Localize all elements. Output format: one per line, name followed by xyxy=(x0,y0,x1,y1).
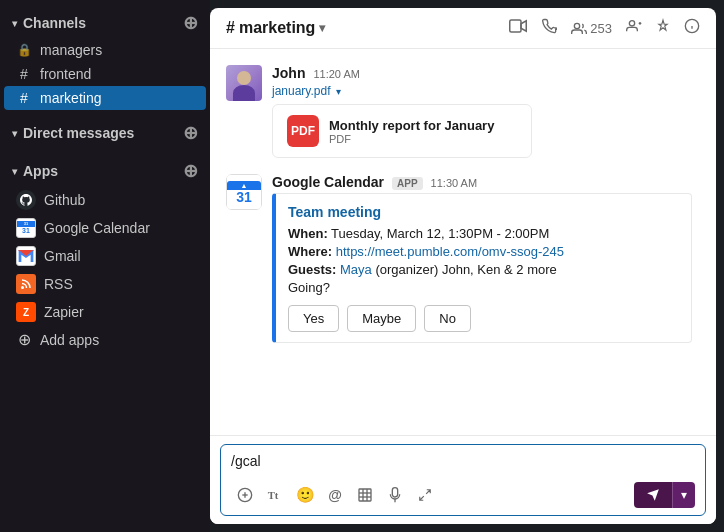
sidebar-item-marketing-label: marketing xyxy=(40,90,101,106)
sidebar-item-managers-label: managers xyxy=(40,42,102,58)
yes-button[interactable]: Yes xyxy=(288,305,339,332)
file-attachment[interactable]: january.pdf ▾ xyxy=(272,84,700,98)
apps-label: Apps xyxy=(23,163,58,179)
svg-rect-18 xyxy=(392,488,397,497)
gcal-icon: 31 31 xyxy=(16,218,36,238)
format-icon[interactable]: Tt xyxy=(261,481,289,509)
table-icon[interactable] xyxy=(351,481,379,509)
send-dropdown-button[interactable]: ▾ xyxy=(672,482,695,508)
dm-chevron-icon: ▾ xyxy=(12,128,17,139)
pdf-title: Monthly report for January xyxy=(329,118,494,133)
sidebar-item-managers[interactable]: 🔒 managers xyxy=(4,38,206,62)
sidebar-item-google-calendar[interactable]: 31 31 Google Calendar xyxy=(4,214,206,242)
channel-name[interactable]: # marketing ▾ xyxy=(226,19,325,37)
gcal-message-header: Google Calendar APP 11:30 AM xyxy=(272,174,700,190)
sidebar-item-rss[interactable]: RSS xyxy=(4,270,206,298)
maybe-button[interactable]: Maybe xyxy=(347,305,416,332)
phone-icon[interactable] xyxy=(541,18,557,38)
sidebar: ▾ Channels ⊕ 🔒 managers # frontend # mar… xyxy=(0,0,210,532)
event-where-link[interactable]: https://meet.pumble.com/omv-ssog-245 xyxy=(336,244,564,259)
event-when-label: When: xyxy=(288,226,328,241)
attach-icon[interactable] xyxy=(231,481,259,509)
gcal-timestamp: 11:30 AM xyxy=(431,177,477,189)
direct-messages-label: Direct messages xyxy=(23,125,134,141)
john-avatar xyxy=(226,65,262,101)
event-going-label: Going? xyxy=(288,280,679,295)
sidebar-item-gcal-label: Google Calendar xyxy=(44,220,150,236)
add-apps-label: Add apps xyxy=(40,332,99,348)
add-dm-icon[interactable]: ⊕ xyxy=(183,122,198,144)
sidebar-item-frontend[interactable]: # frontend xyxy=(4,62,206,86)
sidebar-item-gmail[interactable]: Gmail xyxy=(4,242,206,270)
add-channel-icon[interactable]: ⊕ xyxy=(183,12,198,34)
gcal-message-body: Google Calendar APP 11:30 AM Team meetin… xyxy=(272,174,700,343)
no-button[interactable]: No xyxy=(424,305,471,332)
pdf-card[interactable]: PDF Monthly report for January PDF xyxy=(272,104,532,158)
sidebar-item-rss-label: RSS xyxy=(44,276,73,292)
pdf-icon: PDF xyxy=(287,115,319,147)
add-app-icon[interactable]: ⊕ xyxy=(183,160,198,182)
expand-icon[interactable] xyxy=(411,481,439,509)
header-actions: 253 xyxy=(509,18,700,38)
message-gcal: ▲ 31 Google Calendar APP 11:30 AM Team m… xyxy=(226,174,700,343)
add-member-icon[interactable] xyxy=(626,18,642,38)
pin-icon[interactable] xyxy=(656,18,670,38)
github-icon xyxy=(16,190,36,210)
apps-chevron-icon: ▾ xyxy=(12,166,17,177)
svg-rect-1 xyxy=(510,20,521,32)
calendar-event: Team meeting When: Tuesday, March 12, 1:… xyxy=(272,193,692,343)
event-where-label: Where: xyxy=(288,244,332,259)
event-title[interactable]: Team meeting xyxy=(288,204,679,220)
svg-rect-13 xyxy=(359,489,371,501)
sidebar-item-zapier[interactable]: Z Zapier xyxy=(4,298,206,326)
channel-dropdown-icon[interactable]: ▾ xyxy=(319,21,325,35)
event-guest-maya[interactable]: Maya xyxy=(340,262,372,277)
file-dropdown-icon: ▾ xyxy=(336,86,341,97)
svg-point-0 xyxy=(21,286,24,289)
john-sender-name: John xyxy=(272,65,305,81)
pdf-info: Monthly report for January PDF xyxy=(329,118,494,145)
member-count-number: 253 xyxy=(590,21,612,36)
event-when-value: Tuesday, March 12, 1:30PM - 2:00PM xyxy=(331,226,549,241)
emoji-icon[interactable]: 🙂 xyxy=(291,481,319,509)
video-call-icon[interactable] xyxy=(509,19,527,37)
mic-icon[interactable] xyxy=(381,481,409,509)
channels-section-header[interactable]: ▾ Channels ⊕ xyxy=(0,8,210,38)
sidebar-item-marketing[interactable]: # marketing xyxy=(4,86,206,110)
john-timestamp: 11:20 AM xyxy=(313,68,359,80)
event-when: When: Tuesday, March 12, 1:30PM - 2:00PM xyxy=(288,226,679,241)
gcal-avatar-icon: ▲ 31 xyxy=(227,175,261,209)
sidebar-item-github-label: Github xyxy=(44,192,85,208)
message-john: John 11:20 AM january.pdf ▾ PDF Monthly … xyxy=(226,65,700,158)
sidebar-item-add-apps[interactable]: ⊕ Add apps xyxy=(4,326,206,353)
event-guests-label: Guests: xyxy=(288,262,336,277)
sidebar-item-zapier-label: Zapier xyxy=(44,304,84,320)
event-guests-role: (organizer) xyxy=(375,262,441,277)
member-count[interactable]: 253 xyxy=(571,21,612,36)
mention-icon[interactable]: @ xyxy=(321,481,349,509)
john-message-body: John 11:20 AM january.pdf ▾ PDF Monthly … xyxy=(272,65,700,158)
event-where: Where: https://meet.pumble.com/omv-ssog-… xyxy=(288,244,679,259)
send-button[interactable] xyxy=(634,482,672,508)
direct-messages-section-header[interactable]: ▾ Direct messages ⊕ xyxy=(0,118,210,148)
gcal-sender-name: Google Calendar xyxy=(272,174,384,190)
info-icon[interactable] xyxy=(684,18,700,38)
app-badge: APP xyxy=(392,177,423,190)
zapier-icon: Z xyxy=(16,302,36,322)
channel-header: # marketing ▾ xyxy=(210,8,716,49)
input-box: /gcal Tt 🙂 @ xyxy=(220,444,706,516)
hash-icon: # xyxy=(16,66,32,82)
file-name: january.pdf xyxy=(272,84,330,98)
apps-section-header[interactable]: ▾ Apps ⊕ xyxy=(0,156,210,186)
channel-hash-icon: # xyxy=(226,19,235,37)
message-input[interactable]: /gcal xyxy=(231,451,695,471)
input-toolbar: Tt 🙂 @ xyxy=(231,477,695,509)
event-buttons: Yes Maybe No xyxy=(288,305,679,332)
svg-point-2 xyxy=(575,23,580,28)
channel-name-label: marketing xyxy=(239,19,315,37)
sidebar-item-github[interactable]: Github xyxy=(4,186,206,214)
input-area: /gcal Tt 🙂 @ xyxy=(210,435,716,524)
pdf-type: PDF xyxy=(329,133,494,145)
event-guests: Guests: Maya (organizer) John, Ken & 2 m… xyxy=(288,262,679,277)
svg-point-3 xyxy=(629,21,634,26)
